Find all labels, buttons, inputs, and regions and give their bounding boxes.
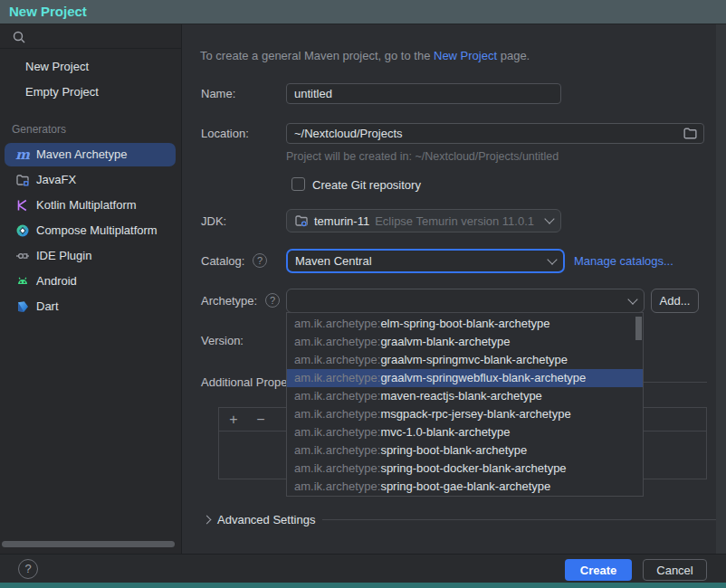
jdk-icon: [294, 213, 309, 228]
jdk-value: temurin-11: [314, 214, 369, 228]
archetype-option[interactable]: am.ik.archetype:msgpack-rpc-jersey-blank…: [287, 405, 643, 423]
sidebar-item-kotlin-multiplatform[interactable]: Kotlin Multiplatform: [0, 193, 181, 218]
archetype-help-icon[interactable]: ?: [265, 293, 280, 308]
chevron-down-icon: [544, 213, 554, 223]
jdk-label: JDK:: [201, 214, 226, 228]
archetype-dropdown-list: am.ik.archetype:elm-spring-boot-blank-ar…: [286, 312, 644, 497]
sidebar-item-maven-archetype[interactable]: m Maven Archetype: [0, 142, 181, 167]
new-project-link[interactable]: New Project: [434, 49, 497, 62]
location-hint: Project will be created in: ~/Nextcloud/…: [286, 150, 559, 163]
intro-suffix: page.: [497, 49, 530, 62]
archetype-name: spring-boot-blank-archetype: [380, 443, 527, 457]
archetype-option[interactable]: am.ik.archetype:spring-boot-gae-blank-ar…: [287, 478, 643, 496]
archetype-option-selected[interactable]: am.ik.archetype:graalvm-springwebflux-bl…: [287, 369, 643, 387]
archetype-group-prefix: am.ik.archetype:: [294, 443, 380, 457]
search-input[interactable]: [0, 24, 181, 49]
help-button[interactable]: ?: [18, 559, 38, 579]
add-archetype-button[interactable]: Add...: [651, 289, 699, 313]
version-label: Version:: [201, 334, 244, 347]
sidebar-item-javafx[interactable]: JavaFX: [0, 167, 181, 193]
jdk-detail: Eclipse Temurin version 11.0.1: [375, 214, 534, 228]
cancel-button[interactable]: Cancel: [643, 559, 707, 581]
sidebar-item-label: Maven Archetype: [36, 142, 127, 167]
advanced-settings-toggle[interactable]: Advanced Settings: [204, 513, 716, 526]
sidebar-item-new-project[interactable]: New Project: [0, 54, 181, 80]
archetype-group-prefix: am.ik.archetype:: [294, 425, 380, 439]
add-property-button[interactable]: +: [226, 413, 241, 427]
title-bar: New Project: [0, 0, 726, 24]
archetype-name: graalvm-springwebflux-blank-archetype: [380, 371, 586, 384]
sidebar-item-label: Kotlin Multiplatform: [36, 193, 137, 218]
dropdown-scrollbar[interactable]: [635, 317, 642, 340]
manage-catalogs-link[interactable]: Manage catalogs...: [574, 254, 673, 268]
create-git-label: Create Git repository: [312, 178, 421, 192]
archetype-name: spring-boot-gae-blank-archetype: [380, 479, 550, 493]
sidebar-item-label: Compose Multiplatform: [36, 218, 158, 243]
archetype-name: graalvm-blank-archetype: [380, 335, 510, 348]
sidebar-item-dart[interactable]: Dart: [0, 294, 181, 319]
plugin-icon: [15, 249, 30, 263]
sidebar-item-android[interactable]: Android: [0, 269, 181, 294]
archetype-label: Archetype:: [201, 294, 257, 308]
archetype-group-prefix: am.ik.archetype:: [294, 389, 380, 403]
dart-icon: [15, 299, 30, 314]
chevron-right-icon: [203, 516, 212, 525]
sidebar-horizontal-scrollbar[interactable]: [2, 541, 175, 547]
archetype-name: msgpack-rpc-jersey-blank-archetype: [380, 407, 570, 421]
generators-section-label: Generators: [12, 123, 66, 136]
archetype-option[interactable]: am.ik.archetype:spring-boot-docker-blank…: [287, 460, 643, 478]
dialog-title: New Project: [9, 4, 87, 19]
archetype-option[interactable]: am.ik.archetype:mvc-1.0-blank-archetype: [287, 423, 643, 441]
archetype-name: elm-spring-boot-blank-archetype: [380, 317, 549, 330]
archetype-option[interactable]: am.ik.archetype:elm-spring-boot-blank-ar…: [287, 315, 643, 333]
sidebar-item-label: Dart: [36, 294, 59, 319]
chevron-down-icon: [627, 294, 637, 304]
archetype-combobox[interactable]: [286, 289, 645, 313]
catalog-label: Catalog:: [201, 254, 244, 268]
archetype-group-prefix: am.ik.archetype:: [294, 461, 380, 475]
window-bottom-edge: [0, 583, 726, 588]
main-panel: To create a general Maven project, go to…: [183, 24, 726, 554]
catalog-combobox[interactable]: Maven Central: [286, 249, 565, 273]
archetype-group-prefix: am.ik.archetype:: [294, 335, 380, 348]
name-input[interactable]: [286, 83, 561, 104]
vertical-scrollbar-track[interactable]: [716, 24, 726, 554]
intro-text: To create a general Maven project, go to…: [200, 49, 530, 62]
browse-folder-icon[interactable]: [683, 126, 698, 145]
chevron-down-icon: [547, 254, 557, 264]
name-label: Name:: [201, 87, 235, 100]
search-icon: [12, 30, 26, 44]
archetype-option[interactable]: am.ik.archetype:spring-boot-blank-archet…: [287, 441, 643, 460]
sidebar-item-label: Android: [36, 269, 77, 294]
catalog-help-icon[interactable]: ?: [253, 253, 267, 268]
row-background: [5, 295, 176, 318]
sidebar-item-ide-plugin[interactable]: IDE Plugin: [0, 243, 181, 269]
separator-line: [322, 519, 716, 520]
archetype-name: graalvm-springmvc-blank-archetype: [380, 353, 568, 366]
sidebar: New Project Empty Project Generators m M…: [0, 24, 182, 554]
sidebar-item-label: IDE Plugin: [36, 243, 91, 269]
footer-bar: ? Create Cancel: [0, 554, 726, 583]
location-label: Location:: [201, 127, 249, 140]
sidebar-item-empty-project[interactable]: Empty Project: [0, 80, 181, 105]
archetype-option[interactable]: am.ik.archetype:graalvm-springmvc-blank-…: [287, 351, 643, 369]
location-input[interactable]: [286, 123, 704, 144]
javafx-icon: [15, 173, 30, 187]
advanced-settings-label: Advanced Settings: [217, 513, 315, 526]
jdk-combobox[interactable]: temurin-11 Eclipse Temurin version 11.0.…: [286, 209, 561, 232]
archetype-group-prefix: am.ik.archetype:: [294, 317, 380, 330]
row-background: [5, 270, 176, 293]
archetype-group-prefix: am.ik.archetype:: [294, 371, 380, 384]
kotlin-icon: [15, 198, 30, 213]
sidebar-item-compose-multiplatform[interactable]: Compose Multiplatform: [0, 218, 181, 243]
android-icon: [15, 274, 30, 289]
archetype-name: maven-reactjs-blank-archetype: [380, 389, 541, 403]
maven-archetype-icon: m: [15, 147, 30, 162]
new-project-dialog: New Project New Project Empty Project Ge…: [0, 0, 726, 588]
archetype-name: spring-boot-docker-blank-archetype: [380, 461, 566, 475]
archetype-option[interactable]: am.ik.archetype:maven-reactjs-blank-arch…: [287, 387, 643, 405]
archetype-option[interactable]: am.ik.archetype:graalvm-blank-archetype: [287, 333, 643, 351]
remove-property-button[interactable]: −: [253, 413, 268, 427]
create-button[interactable]: Create: [565, 559, 632, 581]
create-git-checkbox[interactable]: [291, 177, 305, 191]
